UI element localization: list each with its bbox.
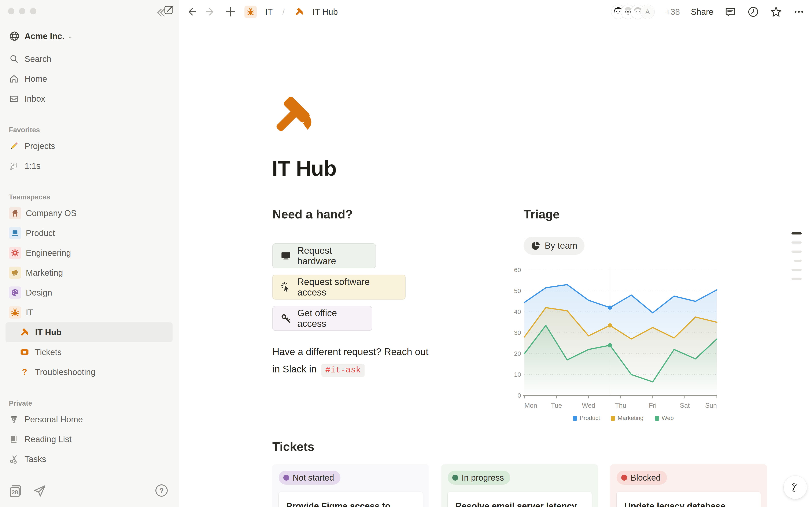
breadcrumb-separator: / [283,7,285,16]
sidebar-item-it-hub[interactable]: IT Hub [5,322,172,342]
svg-text:Mon: Mon [524,402,537,409]
app-window: Acme Inc. ⌄ Search Home [0,0,812,507]
sidebar-item-home[interactable]: Home [5,69,172,89]
home-icon [9,74,19,84]
ai-face-icon [789,481,801,494]
button-label: Request software access [297,277,398,298]
sidebar-item-product[interactable]: Product [5,223,172,243]
sidebar-item-label: Projects [24,141,55,151]
request-hardware-button[interactable]: Request hardware [272,243,376,268]
sidebar-item-personal-home[interactable]: Personal Home [5,409,172,429]
section-label-favorites[interactable]: Favorites [5,122,172,134]
avatar-overflow-count[interactable]: +38 [665,7,680,17]
status-badge[interactable]: In progress [448,471,510,485]
gear-icon [9,247,21,259]
note-line1: Have a different request? Reach out [272,346,428,357]
tickets-board: Not started Provide Figma access to @Ave… [272,464,767,507]
more-options-icon[interactable] [793,6,805,18]
page-icon-hammer[interactable] [271,93,315,138]
sidebar-item-label: Troubleshooting [35,368,95,377]
status-label: Not started [293,473,334,483]
sidebar-item-search[interactable]: Search [5,49,172,69]
sidebar-item-label: IT Hub [35,328,61,337]
scissors-icon [9,454,19,464]
key-icon [281,313,291,324]
sidebar-item-tasks[interactable]: Tasks [5,449,172,469]
avatar-letter: A [641,5,654,19]
status-label: In progress [462,473,504,483]
breadcrumb-teamspace-icon[interactable] [245,6,257,18]
thought-cloud-icon [9,161,19,171]
sidebar-item-1-1s[interactable]: 1:1s [5,156,172,176]
workspace-switcher[interactable]: Acme Inc. ⌄ [5,27,172,45]
svg-text:Sun: Sun [705,402,717,409]
sidebar-item-company-os[interactable]: Company OS [5,203,172,223]
window-minimize-button[interactable] [19,8,26,14]
sidebar-item-tickets[interactable]: Tickets [5,342,172,362]
sidebar-item-projects[interactable]: Projects [5,136,172,156]
page-title[interactable]: IT Hub [272,156,337,181]
comments-icon[interactable] [724,6,736,18]
window-zoom-button[interactable] [30,8,36,14]
slack-channel-code[interactable]: #it-ask [321,364,364,377]
triage-heading[interactable]: Triage [523,207,560,221]
by-team-filter[interactable]: By team [523,237,585,255]
get-office-access-button[interactable]: Get office access [272,306,372,331]
favorite-star-icon[interactable] [770,6,782,18]
breadcrumb-teamspace[interactable]: IT [265,7,273,17]
triage-chart[interactable]: 0102030405060MonTueWedThuFriSatSunProduc… [510,264,730,433]
filter-label: By team [545,241,577,251]
workspace-name: Acme Inc. [24,32,64,41]
ticket-card[interactable]: Update legacy database [617,492,761,507]
sidebar-item-engineering[interactable]: Engineering [5,243,172,263]
sidebar-item-troubleshooting[interactable]: ? Troubleshooting [5,362,172,382]
svg-text:Web: Web [662,415,674,421]
status-badge[interactable]: Blocked [617,471,667,485]
sidebar-item-marketing[interactable]: Marketing [5,263,172,283]
new-page-icon[interactable] [163,4,175,16]
window-close-button[interactable] [8,8,14,14]
page-body: IT Hub Need a hand? Request hardware Req… [179,24,812,507]
ticket-card[interactable]: Provide Figma access to @Avery [279,492,423,507]
plus-icon[interactable] [225,6,236,17]
tickets-heading[interactable]: Tickets [272,439,314,454]
status-label: Blocked [630,473,661,483]
svg-text:Sat: Sat [680,402,690,409]
history-clock-icon[interactable] [747,6,759,18]
sidebar-item-design[interactable]: Design [5,283,172,302]
house-icon [9,207,21,219]
notion-ai-button[interactable] [784,476,807,499]
status-badge[interactable]: Not started [279,471,341,485]
section-label-private[interactable]: Private [5,395,172,407]
globe-icon [9,31,20,42]
help-icon[interactable]: ? [155,484,168,497]
svg-text:50: 50 [514,287,521,294]
section-label-teamspaces[interactable]: Teamspaces [5,189,172,201]
svg-text:40: 40 [514,308,521,315]
ticket-card[interactable]: Resolve email server latency [448,492,592,507]
slack-note: Have a different request? Reach out in S… [272,343,463,379]
table-of-contents-indicator[interactable] [792,232,802,287]
avatar-stack[interactable]: A [611,5,654,19]
paper-plane-icon[interactable] [33,484,47,498]
sidebar-item-label: Personal Home [24,415,83,424]
sidebar-item-reading-list[interactable]: Reading List [5,429,172,449]
need-a-hand-heading[interactable]: Need a hand? [272,207,353,221]
breadcrumb-page[interactable]: IT Hub [312,7,338,17]
topbar: IT / IT Hub A +38 Share [179,0,812,24]
search-icon [9,54,19,64]
megaphone-icon [9,267,21,279]
sidebar-item-it[interactable]: IT [5,302,172,322]
window-controls[interactable] [8,8,36,14]
svg-text:20: 20 [514,350,521,357]
sidebar-item-inbox[interactable]: Inbox [5,89,172,109]
forward-arrow-icon[interactable] [206,6,216,17]
back-arrow-icon[interactable] [186,6,197,17]
request-software-access-button[interactable]: Request software access [272,275,406,299]
card-title: Update legacy database [624,501,725,507]
svg-text:Fri: Fri [649,402,657,409]
breadcrumb-page-icon[interactable] [294,7,304,17]
calendar-icon[interactable]: 28 [8,484,23,499]
kanban-column-in-progress: In progress Resolve email server latency [441,464,598,507]
share-button[interactable]: Share [691,7,713,17]
